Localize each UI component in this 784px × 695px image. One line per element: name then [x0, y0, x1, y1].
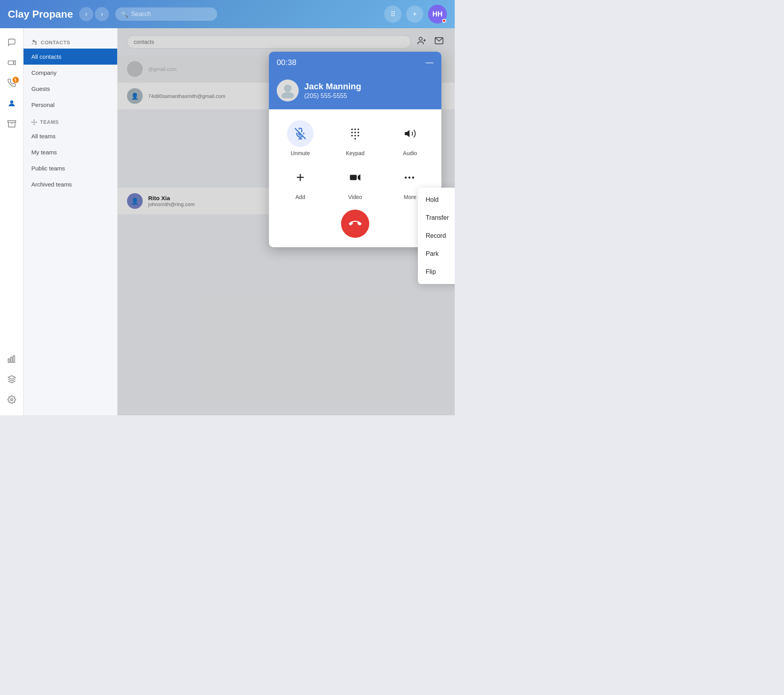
nav-guests[interactable]: Guests	[24, 81, 117, 97]
contacts-section-header: CONTACTS	[24, 36, 117, 49]
nav-all-teams[interactable]: All teams	[24, 128, 117, 144]
svg-rect-5	[8, 359, 9, 362]
nav-my-teams[interactable]: My teams	[24, 144, 117, 160]
svg-point-10	[35, 41, 36, 43]
unmute-icon-bg	[287, 120, 314, 147]
svg-point-13	[36, 121, 36, 122]
teams-label: TEAMS	[40, 119, 59, 125]
minimize-button[interactable]: —	[426, 58, 434, 67]
search-input[interactable]	[115, 7, 217, 21]
dialpad-icon: ⠿	[390, 10, 396, 18]
more-dropdown: Hold Transfer Record Park	[418, 188, 455, 284]
app-header: Clay Propane ‹ › 🔍 ⠿ + HH	[0, 0, 455, 28]
record-menu-item[interactable]: Record	[418, 227, 455, 245]
call-contact-phone: (205) 555-5555	[304, 92, 361, 100]
svg-point-8	[11, 398, 13, 401]
svg-point-9	[33, 40, 34, 42]
more-label: More	[404, 194, 416, 200]
user-avatar-button[interactable]: HH	[428, 5, 447, 24]
video-label: Video	[348, 194, 362, 200]
add-control[interactable]: + Add	[277, 164, 324, 200]
inbox-icon	[7, 119, 16, 130]
svg-point-25	[351, 129, 353, 130]
call-modal: 00:38 — Jack Manning (205) 555-5555	[269, 52, 441, 247]
nav-all-contacts[interactable]: All contacts	[24, 49, 117, 65]
call-contact-info: Jack Manning (205) 555-5555	[269, 73, 441, 109]
sidebar-item-analytics[interactable]	[3, 351, 20, 368]
svg-rect-0	[8, 61, 13, 64]
search-wrapper: 🔍	[115, 7, 378, 21]
unmute-label: Unmute	[290, 150, 310, 156]
transfer-menu-item[interactable]: Transfer	[418, 209, 455, 227]
park-menu-item[interactable]: Park	[418, 245, 455, 263]
hold-menu-item[interactable]: Hold	[418, 191, 455, 209]
sidebar-item-video[interactable]	[3, 55, 20, 72]
svg-point-14	[34, 119, 34, 120]
svg-point-12	[32, 121, 33, 122]
call-controls-row1: Unmute Keypad	[277, 120, 434, 156]
nav-sidebar: CONTACTS All contacts Company Guests Per…	[24, 28, 118, 415]
sidebar-item-phone[interactable]: 5	[3, 75, 20, 92]
more-control[interactable]: ••• More Hold Transfer	[387, 164, 434, 200]
svg-point-2	[10, 100, 13, 103]
search-icon: 🔍	[121, 11, 129, 18]
end-call-wrapper	[277, 210, 434, 238]
add-button[interactable]: +	[406, 5, 423, 23]
svg-point-29	[354, 132, 356, 133]
end-call-button[interactable]	[341, 210, 369, 238]
audio-icon-bg	[397, 120, 423, 147]
flip-menu-item[interactable]: Flip › Existing Phone +14099992234	[418, 263, 455, 281]
svg-rect-6	[11, 357, 12, 362]
add-icon-bg: +	[287, 164, 314, 191]
call-modal-overlay[interactable]: 00:38 — Jack Manning (205) 555-5555	[118, 28, 455, 415]
add-label: Add	[296, 194, 305, 200]
nav-personal[interactable]: Personal	[24, 97, 117, 113]
nav-buttons: ‹ ›	[79, 7, 109, 21]
svg-point-11	[33, 121, 35, 123]
nav-archived-teams[interactable]: Archived teams	[24, 176, 117, 192]
call-controls-row2: + Add Video ••• Mor	[277, 164, 434, 200]
avatar-initials: HH	[432, 10, 443, 18]
contacts-label: CONTACTS	[41, 40, 70, 45]
svg-marker-37	[358, 174, 361, 181]
svg-point-20	[284, 85, 291, 92]
video-icon-bg	[342, 164, 368, 191]
call-contact-details: Jack Manning (205) 555-5555	[304, 81, 361, 100]
video-control[interactable]: Video	[332, 164, 379, 200]
nav-company[interactable]: Company	[24, 65, 117, 81]
teams-section-header: TEAMS	[24, 113, 117, 128]
audio-label: Audio	[403, 150, 417, 156]
sidebar-item-inbox[interactable]	[3, 116, 20, 133]
call-body: Unmute Keypad	[269, 109, 441, 247]
keypad-icon-bg	[342, 120, 368, 147]
sidebar-item-settings[interactable]	[3, 392, 20, 409]
main-content: @gmail.com 👤 74d80samanthasmith@gmail.co…	[118, 28, 455, 415]
phone-badge: 5	[13, 77, 19, 83]
settings-icon	[7, 395, 16, 406]
integrations-icon	[7, 375, 16, 386]
header-actions: ⠿ + HH	[384, 5, 447, 24]
sidebar-item-chat[interactable]	[3, 34, 20, 52]
contacts-icon	[7, 99, 16, 110]
app-title: Clay Propane	[8, 8, 73, 20]
keypad-control[interactable]: Keypad	[332, 120, 379, 156]
sidebar-item-contacts[interactable]	[3, 96, 20, 113]
call-modal-header: 00:38 —	[269, 52, 441, 73]
plus-icon: +	[413, 10, 417, 18]
sidebar-item-integrations[interactable]	[3, 371, 20, 389]
nav-back-button[interactable]: ‹	[79, 7, 93, 21]
svg-point-30	[358, 132, 359, 133]
analytics-icon	[7, 355, 16, 365]
svg-point-34	[354, 138, 356, 139]
call-contact-avatar	[277, 80, 299, 101]
more-icon-bg: •••	[397, 164, 423, 191]
nav-public-teams[interactable]: Public teams	[24, 160, 117, 176]
unmute-control[interactable]: Unmute	[277, 120, 324, 156]
chat-icon	[7, 38, 16, 49]
svg-rect-7	[13, 355, 15, 362]
svg-point-21	[281, 92, 294, 98]
audio-control[interactable]: Audio	[387, 120, 434, 156]
dialpad-button[interactable]: ⠿	[384, 5, 401, 23]
svg-point-15	[34, 124, 34, 125]
nav-forward-button[interactable]: ›	[95, 7, 109, 21]
